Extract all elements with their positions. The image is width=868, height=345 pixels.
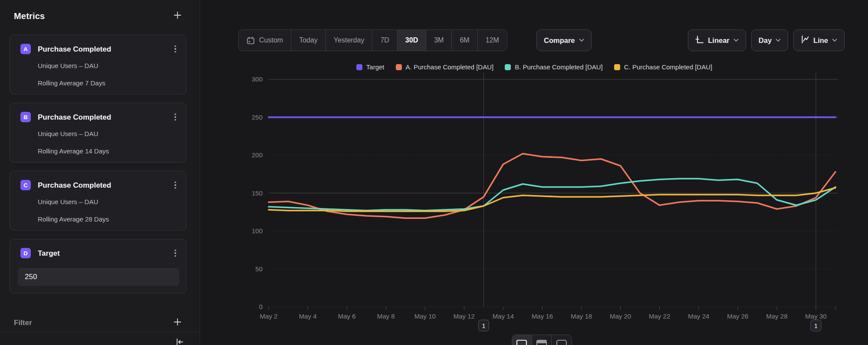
chevron-down-icon xyxy=(776,39,781,42)
chart-type-label: Line xyxy=(813,36,828,45)
range-option-6m[interactable]: 6M xyxy=(452,30,477,51)
y-axis-tick-label: 0 xyxy=(259,303,263,310)
x-axis-tick-label: May 16 xyxy=(532,312,553,320)
x-axis-tick-label: May 30 xyxy=(805,312,826,320)
target-card[interactable]: D Target 250 xyxy=(10,239,187,293)
x-axis-tick-label: May 12 xyxy=(454,312,475,320)
range-option-today[interactable]: Today xyxy=(291,30,326,51)
chevron-down-icon xyxy=(832,39,837,42)
compare-button[interactable]: Compare xyxy=(536,29,592,51)
kebab-menu-icon[interactable] xyxy=(171,180,179,190)
sidebar-header: Metrics xyxy=(14,10,183,23)
x-axis-tick-label: May 4 xyxy=(299,312,317,320)
chart-type-selector-button[interactable]: Line xyxy=(793,29,845,51)
metric-badge-c: C xyxy=(20,180,31,190)
range-option-label: Custom xyxy=(259,36,283,44)
metric-unit-type: Unique Users – DAU xyxy=(38,198,98,205)
y-axis-tick-label: 250 xyxy=(252,114,263,121)
metric-badge-b: B xyxy=(20,112,31,122)
target-title: Target xyxy=(38,249,60,258)
metrics-section-title: Metrics xyxy=(14,11,45,21)
layout-option-header-icon[interactable] xyxy=(532,335,552,345)
metric-card-a[interactable]: A Purchase Completed Unique Users – DAU … xyxy=(10,35,187,94)
granularity-selector-button[interactable]: Day xyxy=(751,29,788,51)
x-axis-tick-label: May 22 xyxy=(649,312,670,320)
metric-rolling-average: Rolling Average 14 Days xyxy=(38,147,109,155)
target-value-input[interactable]: 250 xyxy=(18,268,179,286)
chart-layout-switcher xyxy=(512,335,572,345)
sidebar: Metrics A Purchase Completed Unique User… xyxy=(0,0,200,345)
collapse-sidebar-icon[interactable] xyxy=(174,338,185,345)
x-axis-tick-label: May 20 xyxy=(610,312,631,320)
date-range-control: Custom Today Yesterday 7D 30D 3M 6M 12M xyxy=(238,29,507,51)
y-axis-tick-label: 150 xyxy=(252,189,263,197)
x-axis-tick-label: May 26 xyxy=(727,312,748,320)
kebab-menu-icon[interactable] xyxy=(171,248,179,258)
metric-card-b[interactable]: B Purchase Completed Unique Users – DAU … xyxy=(10,103,187,163)
range-option-custom[interactable]: Custom xyxy=(239,30,291,51)
range-option-label: 3M xyxy=(434,36,444,44)
sidebar-divider xyxy=(0,332,200,332)
x-axis-tick-label: May 6 xyxy=(338,312,356,320)
filter-section: Filter xyxy=(14,315,183,331)
y-axis-tick-label: 300 xyxy=(252,75,263,83)
range-option-label: Today xyxy=(299,36,318,44)
range-option-30d-active[interactable]: 30D xyxy=(398,30,426,51)
metric-unit-type: Unique Users – DAU xyxy=(38,130,98,137)
y-axis-tick-label: 100 xyxy=(252,227,263,234)
metric-title: Purchase Completed xyxy=(38,113,111,122)
metric-title: Purchase Completed xyxy=(38,181,111,190)
range-option-label: 12M xyxy=(486,36,499,44)
line-chart[interactable]: 050100150200250300May 2May 4May 6May 8Ma… xyxy=(200,56,868,334)
range-option-7d[interactable]: 7D xyxy=(372,30,397,51)
x-axis-tick-label: May 18 xyxy=(571,312,592,320)
plus-icon xyxy=(173,11,182,21)
metric-unit-type: Unique Users – DAU xyxy=(38,62,98,69)
x-axis-tick-label: May 10 xyxy=(414,312,436,320)
svg-text:1: 1 xyxy=(482,322,485,329)
granularity-label: Day xyxy=(759,36,772,45)
filter-section-title: Filter xyxy=(14,319,32,327)
linear-scale-icon xyxy=(695,35,704,46)
compare-label: Compare xyxy=(544,36,575,45)
y-axis-tick-label: 200 xyxy=(252,151,263,159)
series-line-c xyxy=(269,188,835,211)
annotation-badge[interactable]: 1 xyxy=(811,320,821,331)
metric-rolling-average: Rolling Average 28 Days xyxy=(38,215,109,223)
kebab-menu-icon[interactable] xyxy=(171,44,179,54)
metric-card-c[interactable]: C Purchase Completed Unique Users – DAU … xyxy=(10,171,187,231)
range-option-12m[interactable]: 12M xyxy=(478,30,507,51)
add-filter-button[interactable] xyxy=(172,317,183,329)
x-axis-tick-label: May 24 xyxy=(688,312,709,320)
layout-option-plain-icon[interactable] xyxy=(552,335,572,345)
kebab-menu-icon[interactable] xyxy=(171,112,179,122)
annotation-badge[interactable]: 1 xyxy=(478,320,489,331)
scale-selector-button[interactable]: Linear xyxy=(688,29,746,51)
plus-icon xyxy=(173,318,182,328)
metrics-explorer-page: Metrics A Purchase Completed Unique User… xyxy=(0,0,868,345)
line-chart-icon xyxy=(801,35,809,46)
range-option-label: Yesterday xyxy=(334,36,365,44)
metric-title: Purchase Completed xyxy=(38,45,111,54)
x-axis-tick-label: May 14 xyxy=(493,312,514,320)
range-option-label: 7D xyxy=(380,36,389,44)
chart-settings-group: Linear Day Line xyxy=(688,29,845,51)
x-axis-tick-label: May 8 xyxy=(377,312,395,320)
metric-rolling-average: Rolling Average 7 Days xyxy=(38,79,105,87)
chevron-down-icon xyxy=(733,39,739,42)
chevron-down-icon xyxy=(579,39,584,42)
series-line-a xyxy=(269,154,835,218)
add-metric-button[interactable] xyxy=(172,10,183,22)
range-option-label: 30D xyxy=(405,36,418,44)
x-axis-tick-label: May 28 xyxy=(766,312,787,320)
metric-badge-a: A xyxy=(20,44,31,54)
chart-panel: Custom Today Yesterday 7D 30D 3M 6M 12M … xyxy=(200,0,868,345)
scale-label: Linear xyxy=(708,36,730,45)
svg-text:1: 1 xyxy=(814,322,818,329)
y-axis-tick-label: 50 xyxy=(255,265,263,273)
range-option-yesterday[interactable]: Yesterday xyxy=(326,30,373,51)
range-option-label: 6M xyxy=(460,36,469,44)
calendar-icon xyxy=(247,36,255,45)
layout-option-full-icon[interactable] xyxy=(512,335,532,345)
range-option-3m[interactable]: 3M xyxy=(426,30,452,51)
